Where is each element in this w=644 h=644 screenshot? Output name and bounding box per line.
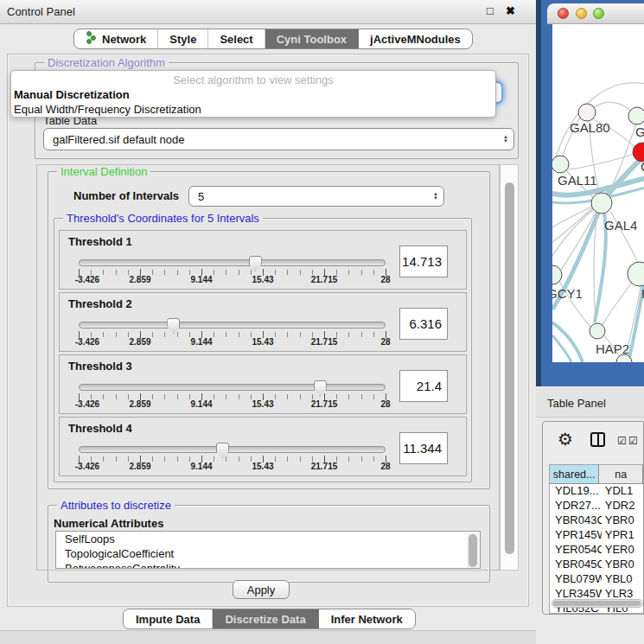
- group-title: Discretization Algorithm: [44, 56, 169, 69]
- tab-label: Impute Data: [136, 613, 200, 626]
- cyni-bottom-tabbar: Impute Data Discretize Data Infer Networ…: [123, 609, 416, 629]
- threshold-label: Threshold 4: [68, 422, 132, 435]
- table-row[interactable]: YDR27... YDR2: [550, 499, 643, 513]
- network-canvas[interactable]: GAL80 G. C GAL11 GAL4 GCY1 H HAP2: [552, 24, 644, 362]
- cell[interactable]: YBR0: [602, 513, 643, 528]
- tab-infer-network[interactable]: Infer Network: [319, 609, 415, 628]
- tab-label: Discretize Data: [225, 613, 305, 626]
- scrollbar-thumb[interactable]: [469, 534, 477, 567]
- threshold-2-slider[interactable]: [79, 322, 386, 328]
- threshold-label: Threshold 1: [68, 235, 132, 248]
- scrollbar-thumb[interactable]: [505, 182, 514, 554]
- node-label: GAL4: [604, 218, 637, 233]
- table-panel-title: Table Panel: [547, 397, 606, 410]
- node-hap2: [590, 323, 605, 339]
- tab-network[interactable]: Network: [74, 29, 158, 48]
- tab-select[interactable]: Select: [208, 29, 265, 48]
- vertical-scrollbar[interactable]: [500, 164, 519, 571]
- threshold-4-slider[interactable]: [79, 446, 386, 453]
- node-partial-top-right: [628, 107, 644, 124]
- table-row[interactable]: YDL19... YDL1: [550, 484, 643, 499]
- network-window-titlebar[interactable]: [547, 3, 644, 24]
- threshold-2-value-field[interactable]: 6.316: [399, 308, 448, 340]
- table-row[interactable]: YPR145W YPR1: [550, 528, 643, 543]
- table-header-row: shared... na: [550, 465, 643, 484]
- slider-tick-labels: -3.426 2.859 9.144 15.43 21.715 28: [79, 462, 386, 472]
- cell[interactable]: YPR145W: [550, 528, 602, 543]
- list-item[interactable]: SelfLoops: [56, 532, 480, 546]
- stepper-arrows-icon: ▲▼: [428, 192, 443, 201]
- list-scrollbar[interactable]: [467, 532, 479, 569]
- algorithm-prompt: Select algorithm to view settings: [11, 73, 495, 86]
- close-icon[interactable]: ✖: [506, 4, 515, 17]
- threshold-4-panel: Threshold 4 -3.426 2.859 9.144 15.43 21.…: [59, 417, 467, 476]
- close-traffic-light-icon[interactable]: [558, 8, 569, 19]
- algorithm-option-equal-width[interactable]: Equal Width/Frequency Discretization: [14, 103, 493, 118]
- minimize-traffic-light-icon[interactable]: [576, 8, 587, 19]
- tab-label: Select: [220, 33, 252, 46]
- cell[interactable]: YDL19...: [550, 484, 602, 499]
- threshold-4-value-field[interactable]: 11.344: [399, 432, 448, 464]
- horizontal-scrollbar[interactable]: [552, 599, 643, 608]
- cell[interactable]: YBL079W: [550, 572, 602, 587]
- tab-cyni-toolbox[interactable]: Cyni Toolbox: [265, 29, 359, 48]
- algorithm-option-manual[interactable]: Manual Discretization: [14, 88, 493, 103]
- cell[interactable]: YER054C: [550, 543, 602, 558]
- control-panel-titlebar: Control Panel □ ✖: [0, 0, 536, 24]
- checkbox-icon[interactable]: ☑: [617, 435, 627, 447]
- group-title: Interval Definition: [57, 165, 150, 178]
- threshold-3-slider[interactable]: [79, 384, 386, 391]
- number-of-intervals-spinner[interactable]: 5 ▲▼: [188, 186, 444, 207]
- cell[interactable]: YBR043C: [550, 513, 602, 528]
- network-icon: [86, 31, 97, 47]
- threshold-1-slider[interactable]: [79, 259, 386, 266]
- node-label: GAL80: [570, 120, 610, 135]
- scrollbar-thumb[interactable]: [553, 601, 641, 606]
- split-columns-icon[interactable]: [590, 432, 605, 447]
- table-toolbar: ⚙ ☑ ☑: [543, 422, 643, 458]
- numerical-attributes-list[interactable]: SelfLoops TopologicalCoefficient Between…: [55, 531, 481, 569]
- list-item[interactable]: TopologicalCoefficient: [56, 546, 480, 561]
- column-header-shared-name[interactable]: shared...: [550, 465, 599, 483]
- tab-discretize-data[interactable]: Discretize Data: [213, 609, 318, 628]
- gear-icon[interactable]: ⚙: [558, 429, 573, 450]
- column-header-name[interactable]: na: [599, 465, 643, 483]
- apply-button[interactable]: Apply: [233, 580, 290, 599]
- table-row[interactable]: YBL079W YBL0: [550, 572, 643, 587]
- checkbox-icon[interactable]: ☑: [628, 435, 638, 447]
- table-row[interactable]: YER054C YER0: [550, 543, 643, 558]
- table-panel-titlebar: Table Panel: [536, 389, 644, 418]
- node-gal4: [591, 193, 612, 214]
- table-panel-window: ⚙ ☑ ☑ shared... na YDL19... YDL1 YDR27..…: [542, 421, 644, 615]
- slider-tick-labels: -3.426 2.859 9.144 15.43 21.715 28: [79, 399, 386, 410]
- cell[interactable]: YDL1: [602, 484, 643, 499]
- node-label: GAL11: [558, 173, 597, 188]
- status-strip: [0, 630, 536, 644]
- threshold-3-panel: Threshold 3 -3.426 2.859 9.144 15.43 21.…: [59, 354, 467, 414]
- network-view-window: GAL80 G. C GAL11 GAL4 GCY1 H HAP2: [536, 0, 644, 386]
- list-item[interactable]: BetweennessCentrality: [56, 561, 480, 569]
- threshold-3-value-field[interactable]: 21.4: [399, 370, 448, 402]
- threshold-1-value-field[interactable]: 14.713: [399, 245, 448, 277]
- cell[interactable]: YER0: [602, 543, 643, 558]
- stepper-arrows-icon: ▲▼: [498, 135, 513, 143]
- table-data-combobox[interactable]: galFiltered.sif default node ▲▼: [43, 128, 514, 150]
- node-gal80: [578, 104, 596, 121]
- table-data-value: galFiltered.sif default node: [44, 133, 498, 146]
- cell[interactable]: YBR045C: [550, 558, 602, 572]
- cell[interactable]: YPR1: [602, 528, 643, 543]
- cell[interactable]: YBL0: [602, 572, 643, 587]
- threshold-2-panel: Threshold 2 -3.426 2.859 9.144 15.43 21.…: [59, 292, 467, 352]
- number-of-intervals-label: Number of Intervals: [73, 189, 179, 202]
- cell[interactable]: YDR2: [602, 499, 643, 513]
- tab-style[interactable]: Style: [158, 29, 208, 48]
- cell[interactable]: YBR0: [602, 558, 643, 572]
- cell[interactable]: YDR27...: [550, 499, 602, 513]
- table-row[interactable]: YBR043C YBR0: [550, 513, 643, 528]
- zoom-traffic-light-icon[interactable]: [593, 8, 604, 19]
- tab-impute-data[interactable]: Impute Data: [124, 609, 213, 628]
- table-row[interactable]: YBR045C YBR0: [550, 558, 643, 572]
- tab-jactivemnodules[interactable]: jActiveMNodules: [359, 29, 472, 48]
- threshold-label: Threshold 2: [68, 297, 132, 310]
- float-window-icon[interactable]: □: [487, 4, 494, 17]
